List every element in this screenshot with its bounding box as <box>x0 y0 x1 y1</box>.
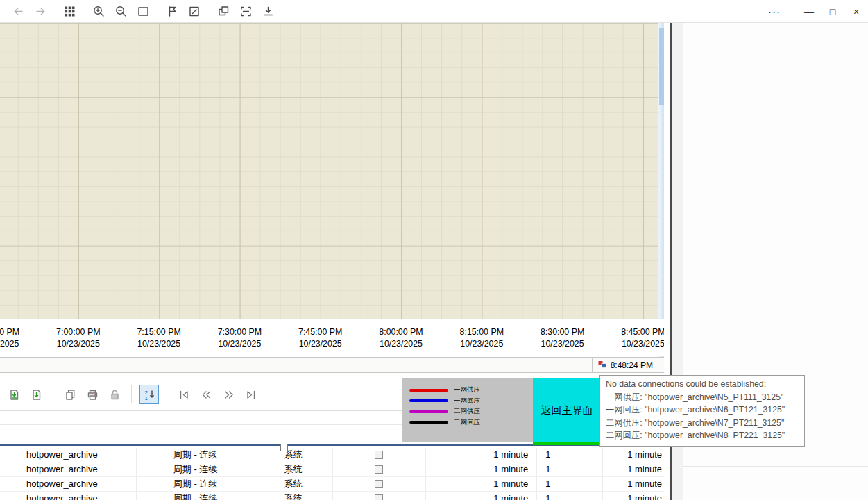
zoom-in-icon[interactable] <box>90 3 107 19</box>
legend-color-line <box>409 389 448 392</box>
header-checkbox-icon[interactable] <box>280 444 288 451</box>
sort-order-icon[interactable]: 21 <box>139 385 159 404</box>
toolbar-separator <box>131 385 132 403</box>
cell-cycle: 周期 - 连续 <box>137 462 275 476</box>
clock-text: 8:48:24 PM <box>611 360 653 370</box>
cell-factor: 1 <box>537 448 603 462</box>
cell-logging: 1 minute <box>603 477 664 491</box>
error-tooltip: No data connections could be established… <box>599 375 805 447</box>
tooltip-line: 一网回压: "hotpower_archive\N6_PT121_3125" <box>606 403 799 417</box>
window-controls: ··· — □ × <box>763 0 868 23</box>
cell-source: 系统 <box>275 492 333 500</box>
capture-icon[interactable] <box>237 3 254 19</box>
x-axis: 6:45:00 PM10/23/20257:00:00 PM10/23/2025… <box>0 319 664 356</box>
cell-factor: 1 <box>537 462 603 476</box>
close-icon[interactable]: × <box>844 0 868 23</box>
x-axis-label: 8:45:00 PM10/23/2025 <box>621 326 664 349</box>
cell-checkbox <box>333 477 427 491</box>
svg-text:1: 1 <box>144 395 148 401</box>
tooltip-line: 一网供压: "hotpower_archive\N5_PT111_3125" <box>606 391 799 404</box>
cell-acquisition: 1 minute <box>426 492 537 500</box>
cell-cycle: 周期 - 连续 <box>137 448 275 462</box>
application-window: ··· — □ × 6:45:00 PM10/23/20257:00:00 PM… <box>0 0 868 500</box>
cell-acquisition: 1 minute <box>426 477 537 491</box>
cell-factor: 1 <box>537 492 603 500</box>
legend-label: 一网供压 <box>454 385 480 394</box>
trend-toolbar: 21 <box>0 378 402 411</box>
legend-color-line <box>409 410 448 413</box>
cell-logging: 1 minute <box>603 448 664 462</box>
row-checkbox[interactable] <box>375 494 383 500</box>
toolbar-separator <box>53 385 53 403</box>
clock-cell: 8:48:24 PM <box>592 358 664 372</box>
nav-first-icon[interactable] <box>175 385 193 403</box>
select-area-icon[interactable] <box>135 3 151 19</box>
maximize-icon[interactable]: □ <box>821 0 844 23</box>
print-icon[interactable] <box>83 385 101 403</box>
x-axis-label: 7:15:00 PM10/23/2025 <box>137 326 180 349</box>
cell-checkbox <box>333 448 427 462</box>
chart-status-bar: 8:48:24 PM <box>0 357 664 373</box>
export-first-icon[interactable] <box>5 385 23 403</box>
forward-icon[interactable] <box>32 3 49 19</box>
table-row[interactable]: hotpower_archive周期 - 连续系统1 minute11 minu… <box>0 492 664 500</box>
download-icon[interactable] <box>259 3 276 19</box>
x-axis-label: 8:15:00 PM10/23/2025 <box>460 326 504 349</box>
x-axis-label: 8:00:00 PM10/23/2025 <box>379 326 423 349</box>
cell-archive: hotpower_archive <box>0 448 137 462</box>
return-main-button[interactable]: 返回主界面 <box>533 378 601 442</box>
cell-cycle: 周期 - 连续 <box>137 492 275 500</box>
cell-logging: 1 minute <box>603 462 664 476</box>
top-toolbar: ··· — □ × <box>0 0 868 23</box>
cell-source: 系统 <box>275 462 333 476</box>
zoom-out-icon[interactable] <box>112 3 129 19</box>
nav-prev-icon[interactable] <box>197 385 215 403</box>
table-row[interactable]: hotpower_archive周期 - 连续系统1 minute11 minu… <box>0 477 664 492</box>
export-icon[interactable] <box>27 385 45 403</box>
cell-source: 系统 <box>275 477 333 491</box>
table-row[interactable]: hotpower_archive周期 - 连续系统1 minute11 minu… <box>0 448 664 462</box>
chart-scrollbar-thumb[interactable] <box>659 28 664 105</box>
lock-icon[interactable] <box>105 385 124 403</box>
x-axis-label: 8:30:00 PM10/23/2025 <box>541 326 584 349</box>
grid-view-icon[interactable] <box>61 3 78 19</box>
connection-status-icon <box>598 359 607 372</box>
more-options-icon[interactable]: ··· <box>763 0 786 23</box>
tooltip-line: 二网供压: "hotpower_archive\N7_PT211_3125" <box>606 417 799 430</box>
cell-factor: 1 <box>537 477 603 491</box>
back-icon[interactable] <box>10 3 26 19</box>
legend-color-line <box>409 399 448 402</box>
legend-label: 一网回压 <box>454 397 480 406</box>
row-checkbox[interactable] <box>375 451 383 459</box>
legend-label: 二网回压 <box>454 418 480 427</box>
cell-logging: 1 minute <box>603 492 664 500</box>
legend-item: 二网回压 <box>402 417 533 428</box>
trend-chart[interactable] <box>0 23 664 319</box>
table-row[interactable]: hotpower_archive周期 - 连续系统1 minute11 minu… <box>0 462 664 477</box>
cell-archive: hotpower_archive <box>0 477 137 491</box>
edit-icon[interactable] <box>186 3 203 19</box>
cell-archive: hotpower_archive <box>0 462 137 476</box>
toolbar-separator <box>167 385 167 403</box>
legend-color-line <box>409 421 448 424</box>
archive-table: hotpower_archive周期 - 连续系统1 minute11 minu… <box>0 448 664 500</box>
tooltip-lines: 一网供压: "hotpower_archive\N5_PT111_3125"一网… <box>606 391 799 442</box>
cell-checkbox <box>333 492 427 500</box>
cell-archive: hotpower_archive <box>0 492 137 500</box>
cascade-windows-icon[interactable] <box>215 3 232 19</box>
flag-icon[interactable] <box>164 3 180 19</box>
legend-item: 一网供压 <box>402 385 533 396</box>
nav-next-icon[interactable] <box>219 385 237 403</box>
copy-icon[interactable] <box>61 385 79 403</box>
table-filter-band <box>0 425 402 442</box>
legend-item: 二网供压 <box>402 406 533 417</box>
x-axis-label: 7:00:00 PM10/23/2025 <box>56 326 100 349</box>
cell-cycle: 周期 - 连续 <box>137 477 275 491</box>
minimize-icon[interactable]: — <box>797 0 821 23</box>
row-checkbox[interactable] <box>375 480 383 488</box>
cell-checkbox <box>333 462 427 476</box>
row-checkbox[interactable] <box>375 465 383 474</box>
right-panel-divider <box>683 466 868 467</box>
nav-last-icon[interactable] <box>241 385 259 403</box>
legend-label: 二网供压 <box>454 407 480 416</box>
